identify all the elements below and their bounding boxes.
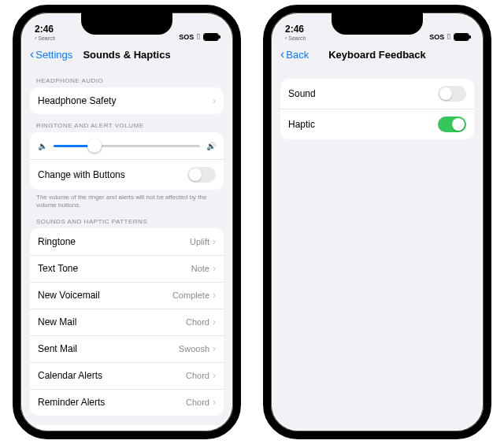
row-label: New Mail	[38, 316, 186, 327]
row-pattern[interactable]: Reminder AlertsChord›	[30, 389, 224, 416]
row-keyboard-feedback[interactable]: Keyboard Feedback None ›	[30, 425, 224, 430]
row-label: Change with Buttons	[38, 169, 187, 180]
phone-left: 2:46 ‹ Search SOS 􀙇 ‹ Settings Sounds & …	[13, 5, 241, 439]
row-label: New Voicemail	[38, 290, 172, 301]
row-value: Swoosh	[179, 344, 209, 353]
row-value: Chord	[186, 398, 209, 407]
row-pattern[interactable]: Calendar AlertsChord›	[30, 362, 224, 389]
group-patterns: RingtoneUplift›Text ToneNote›New Voicema…	[30, 228, 224, 416]
row-label: Ringtone	[38, 236, 190, 247]
group-system: Keyboard Feedback None › Lock Sound	[30, 425, 224, 430]
group-keyboard-feedback: SoundHaptic	[280, 79, 474, 139]
toggle-sound[interactable]	[438, 86, 466, 102]
settings-scroll[interactable]: HEADPHONE AUDIO Headphone Safety › RINGT…	[22, 66, 232, 430]
section-header-headphone: HEADPHONE AUDIO	[30, 69, 224, 87]
chevron-right-icon: ›	[213, 290, 216, 301]
row-change-with-buttons[interactable]: Change with Buttons	[30, 159, 224, 190]
wifi-icon: 􀙇	[197, 32, 200, 41]
group-headphone: Headphone Safety ›	[30, 87, 224, 114]
phone-right: 2:46 ‹ Search SOS 􀙇 ‹ Back Keyboard Feed…	[263, 5, 491, 439]
toggle-haptic[interactable]	[438, 117, 466, 132]
row-pattern[interactable]: Sent MailSwoosh›	[30, 335, 224, 362]
status-time: 2:46	[35, 24, 54, 35]
row-value: Complete	[172, 290, 209, 300]
row-haptic[interactable]: Haptic	[280, 109, 474, 139]
chevron-right-icon: ›	[213, 343, 216, 354]
breadcrumb-back[interactable]: ‹ Search	[285, 35, 306, 41]
chevron-right-icon: ›	[213, 95, 216, 106]
group-volume: 🔈 🔊 Change with Buttons	[30, 132, 224, 190]
row-value: Chord	[186, 317, 209, 327]
notch	[332, 13, 423, 35]
chevron-right-icon: ›	[213, 397, 216, 408]
chevron-right-icon: ›	[213, 236, 216, 247]
row-value: Chord	[186, 371, 209, 380]
row-sound[interactable]: Sound	[280, 79, 474, 109]
row-pattern[interactable]: Text ToneNote›	[30, 255, 224, 282]
row-label: Calendar Alerts	[38, 370, 186, 381]
page-title: Sounds & Haptics	[22, 49, 232, 61]
row-label: Text Tone	[38, 263, 191, 274]
status-sos: SOS	[179, 33, 194, 41]
volume-footer-note: The volume of the ringer and alerts will…	[30, 190, 224, 210]
row-headphone-safety[interactable]: Headphone Safety ›	[30, 87, 224, 114]
row-label: Reminder Alerts	[38, 397, 186, 408]
row-label: Sent Mail	[38, 343, 179, 354]
chevron-right-icon: ›	[213, 316, 216, 327]
nav-bar: ‹ Settings Sounds & Haptics	[22, 43, 232, 66]
section-header-patterns: SOUNDS AND HAPTIC PATTERNS	[30, 210, 224, 228]
row-value: Uplift	[190, 237, 209, 246]
toggle-change-with-buttons[interactable]	[187, 167, 216, 183]
status-time: 2:46	[285, 24, 304, 35]
row-label: Haptic	[288, 119, 438, 130]
slider-thumb[interactable]	[87, 139, 102, 153]
wifi-icon: 􀙇	[447, 32, 450, 41]
settings-scroll[interactable]: SoundHaptic	[272, 66, 482, 430]
nav-bar: ‹ Back Keyboard Feedback	[272, 43, 482, 66]
row-volume-slider[interactable]: 🔈 🔊	[30, 132, 224, 159]
section-header-volume: RINGTONE AND ALERT VOLUME	[30, 114, 224, 132]
chevron-right-icon: ›	[213, 263, 216, 274]
volume-high-icon: 🔊	[206, 142, 216, 150]
volume-slider[interactable]	[54, 145, 200, 147]
row-label: Headphone Safety	[38, 95, 213, 106]
status-sos: SOS	[429, 33, 444, 41]
page-title: Keyboard Feedback	[272, 49, 482, 61]
volume-low-icon: 🔈	[38, 142, 47, 150]
notch	[81, 13, 172, 35]
row-label: Sound	[288, 88, 438, 99]
chevron-right-icon: ›	[213, 370, 216, 381]
battery-icon	[454, 33, 469, 41]
battery-icon	[203, 33, 219, 41]
breadcrumb-back[interactable]: ‹ Search	[35, 35, 55, 41]
row-value: Note	[191, 264, 209, 273]
row-pattern[interactable]: RingtoneUplift›	[30, 228, 224, 255]
row-pattern[interactable]: New MailChord›	[30, 309, 224, 335]
row-pattern[interactable]: New VoicemailComplete›	[30, 282, 224, 309]
